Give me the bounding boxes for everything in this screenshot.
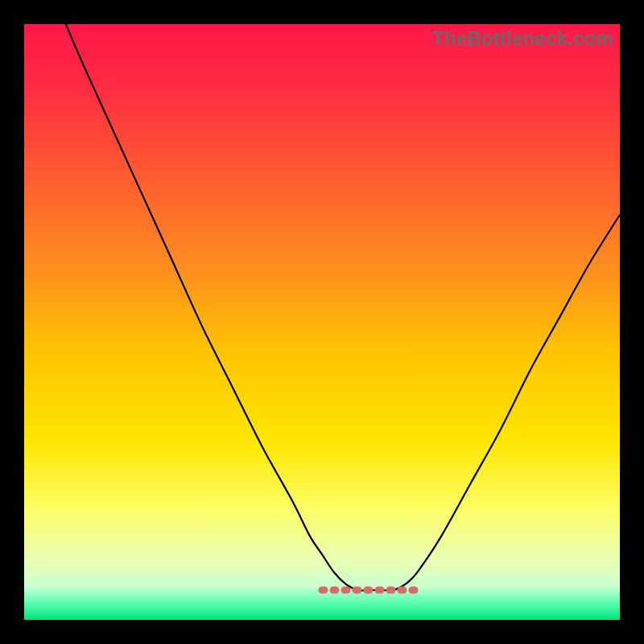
curve-layer xyxy=(24,24,620,620)
bottleneck-curve xyxy=(66,24,620,591)
plot-area: TheBottleneck.com xyxy=(24,24,620,620)
chart-stage: TheBottleneck.com xyxy=(0,0,644,644)
watermark-text: TheBottleneck.com xyxy=(432,27,613,50)
